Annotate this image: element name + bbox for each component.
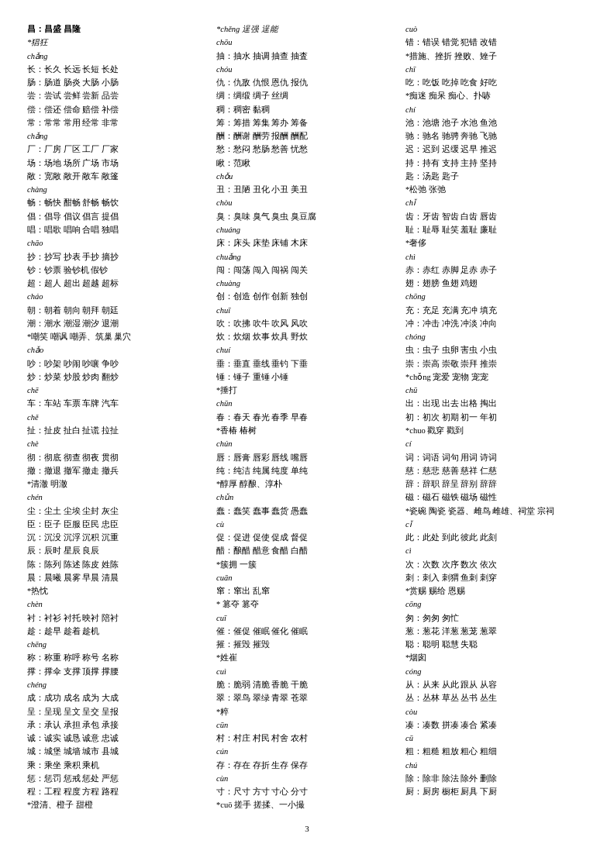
list-item: chē xyxy=(27,384,209,397)
list-item: 超：超人 超出 超越 超标 xyxy=(27,277,209,290)
list-item: 凑：凑数 拼凑 凑合 紧凑 xyxy=(405,719,587,732)
entry-text: 称：称重 称呼 称号 名称 xyxy=(27,653,119,662)
entry-text: 床：床头 床垫 床铺 木床 xyxy=(216,239,308,247)
pinyin-label: cōng xyxy=(405,600,421,608)
pinyin-label: chóu xyxy=(216,65,232,74)
list-item: chǎng xyxy=(27,130,209,143)
entry-text: 促：促进 促使 促成 督促 xyxy=(216,533,308,542)
list-item: cháo xyxy=(27,291,209,303)
list-item: 乘：乘坐 乘积 乘机 xyxy=(27,760,209,772)
star-entry-text: *chǒng 宠爱 宠物 宠宠 xyxy=(405,373,488,381)
list-item: 尝：尝试 尝鲜 尝新 品尝 xyxy=(27,90,209,102)
entry-text: 惩：惩罚 惩戒 惩处 严惩 xyxy=(27,774,119,783)
pinyin-label: cūn xyxy=(216,721,228,729)
pinyin-label: cuò xyxy=(405,25,417,33)
pinyin-label: cuī xyxy=(216,614,226,622)
star-entry-text: *嘲笑 嘲讽 嘲弄、筑巢 巢穴 xyxy=(27,332,131,341)
list-item: cuān xyxy=(216,572,398,584)
entry-text: 酬：酬谢 酬劳 报酬 酬配 xyxy=(216,132,308,140)
list-item: chì xyxy=(405,251,587,264)
list-item: 成：成功 成名 成为 大成 xyxy=(27,692,209,704)
list-item: 促：促进 促使 促成 督促 xyxy=(216,532,398,544)
list-item: 迟：迟到 迟缓 迟早 推迟 xyxy=(405,143,587,156)
star-entry-text: *cuō 搓手 搓揉、一小撮 xyxy=(216,801,305,809)
entry-text: 脆：脆弱 清脆 香脆 干脆 xyxy=(216,680,308,689)
entry-text: 聪：聪明 聪慧 失聪 xyxy=(405,640,478,649)
entry-text: 崇：崇高 崇敬 崇拜 推崇 xyxy=(405,360,497,368)
pinyin-label: chē xyxy=(27,386,39,394)
entry-text: 钞：钞票 验钞机 假钞 xyxy=(27,266,108,274)
list-item: 长：长久 长远 长短 长处 xyxy=(27,64,209,76)
list-item: *chuo 戳穿 戳到 xyxy=(405,425,587,437)
column-2: *chěng 逞强 逞能chōu抽：抽水 抽调 抽查 抽査chóu仇：仇敌 仇恨… xyxy=(216,23,398,812)
entry-text: 耻：耻辱 耻笑 羞耻 廉耻 xyxy=(405,226,497,234)
pinyin-label: chuī xyxy=(216,306,230,315)
list-item: chú xyxy=(405,760,587,772)
pinyin-label: chēng xyxy=(27,640,47,649)
list-item: 瞅：范瞅 xyxy=(216,157,398,170)
list-item: 愁：愁闷 愁肠 愁善 忧愁 xyxy=(216,143,398,156)
entry-text: 尘：尘土 尘埃 尘封 灰尘 xyxy=(27,507,119,515)
pinyin-label: cí xyxy=(405,439,412,448)
list-item: chàng xyxy=(27,184,209,196)
list-item: 丑：丑陋 丑化 小丑 美丑 xyxy=(216,184,398,196)
entry-text: 催：催促 催眠 催化 催眠 xyxy=(216,627,308,636)
pinyin-label: chí xyxy=(405,105,416,114)
list-item: 肠：肠道 肠炎 大肠 小肠 xyxy=(27,77,209,89)
pinyin-label: chūn xyxy=(216,399,232,408)
entry-text: 趁：趁早 趁着 趁机 xyxy=(27,627,99,636)
entry-text: 辞：辞职 辞呈 辞别 辞辞 xyxy=(405,480,497,488)
list-item: 此：此处 到此 彼此 此刻 xyxy=(405,532,587,544)
list-item: chuáng xyxy=(216,224,398,236)
list-item: 惩：惩罚 惩戒 惩处 严惩 xyxy=(27,773,209,785)
list-item: 吃：吃饭 吃掉 吃食 好吃 xyxy=(405,77,587,89)
list-item: 床：床头 床垫 床铺 木床 xyxy=(216,237,398,250)
entry-text: 慈：慈悲 慈善 慈祥 仁慈 xyxy=(405,467,497,475)
entry-text: 丛：丛林 草丛 丛书 丛生 xyxy=(405,694,497,702)
entry-text: 齿：牙齿 智齿 白齿 唇齿 xyxy=(405,212,497,221)
entry-text: 筹：筹措 筹集 筹办 筹备 xyxy=(216,119,308,127)
entry-text: 承：承认 承担 承包 承接 xyxy=(27,721,119,729)
list-item: 吵：吵架 吵闹 吵嚷 争吵 xyxy=(27,358,209,370)
entry-text: 从：从来 从此 跟从 从容 xyxy=(405,680,497,689)
entry-text: 乘：乘坐 乘积 乘机 xyxy=(27,761,99,770)
list-item: 粗：粗糙 粗放 粗心 粗细 xyxy=(405,746,587,758)
entry-text: 城：城堡 城墙 城市 县城 xyxy=(27,747,119,756)
list-item: chī xyxy=(405,64,587,76)
star-entry-text: *醇厚 醇酿、淳朴 xyxy=(216,480,282,488)
list-item: 齿：牙齿 智齿 白齿 唇齿 xyxy=(405,211,587,223)
list-item: 聪：聪明 聪慧 失聪 xyxy=(405,639,587,651)
list-item: cún xyxy=(216,746,398,758)
list-item: chòu xyxy=(216,197,398,209)
entry-text: 摧：摧毁 摧毁 xyxy=(216,640,270,649)
list-item: chéng xyxy=(27,679,209,691)
list-item: *香椿 椿树 xyxy=(216,425,398,437)
pinyin-label: cǐ xyxy=(405,520,412,529)
list-item: cù xyxy=(216,518,398,531)
list-item: *捶打 xyxy=(216,384,398,397)
list-item: 程：工程 程度 方程 路程 xyxy=(27,786,209,798)
list-item: 抽：抽水 抽调 抽查 抽査 xyxy=(216,50,398,63)
list-item: 匙：汤匙 匙子 xyxy=(405,170,587,183)
entry-text: 臣：臣子 臣服 臣民 忠臣 xyxy=(27,520,119,529)
list-item: 臭：臭味 臭气 臭虫 臭豆腐 xyxy=(216,211,398,223)
list-item: 稠：稠密 黏稠 xyxy=(216,104,398,116)
list-item: chún xyxy=(216,438,398,450)
entry-text: 出：出现 出去 出格 掏出 xyxy=(405,399,497,408)
list-item: 扯：扯皮 扯白 扯谎 拉扯 xyxy=(27,425,209,437)
entry-text: 抽：抽水 抽调 抽查 抽査 xyxy=(216,52,308,60)
list-item: *粹 xyxy=(216,706,398,718)
list-item: * 篡夺 篡夺 xyxy=(216,598,398,611)
entry-text: 丑：丑陋 丑化 小丑 美丑 xyxy=(216,185,308,194)
list-item: chí xyxy=(405,104,587,116)
pinyin-label: chōng xyxy=(405,292,426,301)
list-item: chóng xyxy=(405,331,587,343)
entry-text: 陈：陈列 陈述 陈皮 姓陈 xyxy=(27,560,119,569)
star-entry-text: *chuo 戳穿 戳到 xyxy=(405,426,464,435)
pinyin-label: cuān xyxy=(216,574,232,582)
list-item: 锤：锤子 重锤 小锤 xyxy=(216,371,398,384)
list-item: *瓷碗 陶瓷 瓷器、雌鸟 雌雄、祠堂 宗祠 xyxy=(405,505,587,518)
list-item: 厂：厂房 厂区 工厂 厂家 xyxy=(27,143,209,156)
pinyin-label: chū xyxy=(405,386,417,394)
pinyin-label: cì xyxy=(405,546,412,555)
